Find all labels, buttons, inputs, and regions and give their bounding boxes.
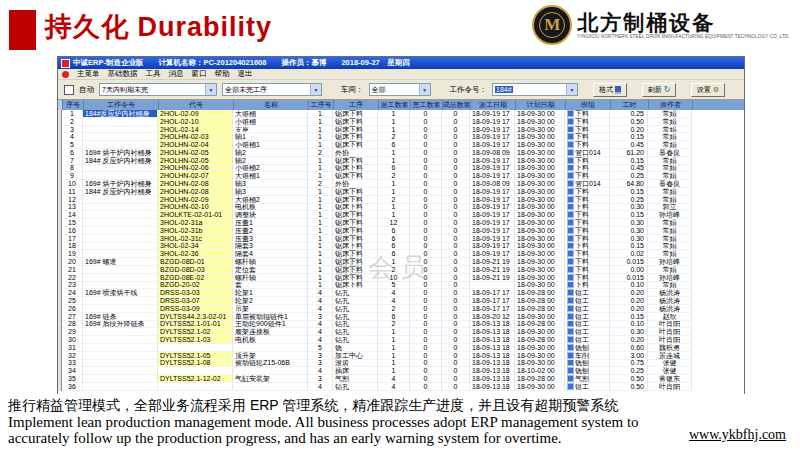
cell-dispatch-date[interactable]: 18-09-19 17 [470,110,515,118]
cell-dispatch-date[interactable]: 18-09-13 18 [470,352,515,360]
cell-product-qty[interactable]: 0 [442,274,470,282]
cell-hours[interactable]: 0.20 [610,336,648,344]
column-header-dispatch-qty[interactable]: 派工数量 [379,100,411,110]
cell-dispatch-date[interactable]: 18-09-21 19 [470,258,515,266]
table-row[interactable]: 132HOLHN-02-10电机板1锯床下料10018-09-19 1718-0… [58,204,744,212]
cell-operator[interactable]: 景连城 [648,352,692,360]
cell-dispatch-date[interactable]: 18-09-19 17 [470,118,515,126]
cell-code[interactable]: 3HOL-02-31a [158,219,233,227]
cell-name[interactable]: 履架连接板 [233,328,308,336]
cell-plan-date[interactable]: 18-09-30 00 [515,196,565,204]
table-row[interactable]: 82HOLHN-02-06小锥桶21锯床下料60018-09-19 1718-0… [58,165,744,173]
cell-no[interactable]: 14 [62,211,83,219]
table-row[interactable]: 28169# 后段升降链条DYLTSS52.1-01-01主动轮900链件14钻… [58,321,744,329]
due-filter-select[interactable]: 7天内到期未完 ▼ [99,83,217,96]
cell-dispatch-qty[interactable]: 4 [378,383,410,391]
cell-dispatch-date[interactable]: 18-09-19 17 [470,126,515,134]
cell-work-order[interactable] [83,375,158,383]
table-row[interactable]: 7184# 反应炉内衬桶身2HOLHN-02-05轴21锯床下料10018-09… [58,157,744,165]
cell-product-qty[interactable]: 0 [442,235,470,243]
cell-done-qty[interactable]: 0 [410,204,442,212]
cell-name[interactable]: 螺杆轴 [233,274,308,282]
cell-dispatch-qty[interactable]: 1 [378,118,410,126]
cell-work-order[interactable] [83,118,158,126]
cell-team[interactable]: 下料 [565,110,610,118]
cell-code[interactable]: 2HOL-02-14 [158,126,233,134]
cell-dispatch-date[interactable]: 18-09-19 17 [470,165,515,173]
cell-plan-date[interactable]: 18-10-02 00 [515,367,565,375]
cell-operation[interactable]: 锯床下料 [333,204,378,212]
cell-team[interactable]: 钳工 [565,321,610,329]
cell-dispatch-date[interactable]: 18-09-21 19 [470,274,515,282]
cell-plan-date[interactable]: 18-09-30 00 [515,157,565,165]
cell-dispatch-date[interactable]: 18-09-13 18 [470,336,515,344]
cell-plan-date[interactable]: 18-09-30 00 [515,383,565,391]
cell-hours[interactable]: 0.25 [610,172,648,180]
cell-name[interactable]: 轴3 [233,180,308,188]
cell-product-qty[interactable]: 0 [442,227,470,235]
cell-operator[interactable]: 赵欣 [648,313,692,321]
cell-no[interactable]: 9 [62,172,83,180]
cell-no[interactable]: 19 [62,250,83,258]
cell-team[interactable]: 钳工 [565,289,610,297]
cell-product-qty[interactable]: 0 [442,266,470,274]
cell-name[interactable]: 气缸安装架 [233,375,308,383]
cell-code[interactable]: DRSS-03-09 [158,305,233,313]
cell-team[interactable]: 下料 [565,266,610,274]
cell-operator[interactable]: 杨洪涛 [648,305,692,313]
cell-operation[interactable]: 锯床下料 [333,266,378,274]
cell-op-no[interactable]: 1 [308,211,333,219]
cell-name[interactable]: 隔套4 [233,250,308,258]
table-row[interactable]: 25DRSS-03-07轮架24钻孔40018-09-17 1718-09-28… [58,297,744,305]
cell-op-no[interactable]: 2 [308,149,333,157]
cell-no[interactable]: 27 [62,313,83,321]
cell-team[interactable]: 下料 [565,118,610,126]
table-row[interactable]: 32HOL-02-14支座1锯床下料10018-09-19 1718-09-30… [58,126,744,134]
cell-operator[interactable]: 常娟 [648,282,692,290]
cell-hours[interactable]: 0.15 [610,133,648,141]
cell-op-no[interactable]: 1 [308,118,333,126]
menu-item[interactable]: 消息 [169,69,184,79]
cell-operation[interactable]: 钻孔 [333,313,378,321]
cell-dispatch-date[interactable]: 18-09-13 18 [470,383,515,391]
cell-operator[interactable]: 常娟 [648,157,692,165]
table-row[interactable]: 6169# 烘干炉内衬桶身2HOLHN-02-05轴22外协10018-09-0… [58,149,744,157]
cell-op-no[interactable]: 1 [308,250,333,258]
cell-done-qty[interactable]: 0 [410,196,442,204]
table-row[interactable]: 32DYLTSS52.1-05顶升架3加工中心10018-09-13 1818-… [58,352,744,360]
cell-product-qty[interactable]: 0 [442,110,470,118]
cell-team[interactable]: 下料 [565,188,610,196]
cell-code[interactable] [158,367,233,375]
cell-no[interactable]: 17 [62,235,83,243]
cell-dispatch-qty[interactable]: 6 [378,141,410,149]
cell-dispatch-date[interactable]: 18-09-08 09 [470,149,515,157]
cell-op-no[interactable]: 4 [308,321,333,329]
cell-work-order[interactable] [83,204,158,212]
cell-operation[interactable]: 锯床下料 [333,157,378,165]
cell-done-qty[interactable]: 0 [410,110,442,118]
cell-team[interactable]: 下料 [565,235,610,243]
menu-item[interactable]: 工具 [146,69,161,79]
cell-name[interactable]: 顶升架 [233,352,308,360]
cell-dispatch-date[interactable]: 18-09-13 18 [470,321,515,329]
cell-product-qty[interactable]: 0 [442,133,470,141]
table-row[interactable]: 173HOL-02-31c压盖31锯床下料60018-09-19 1718-09… [58,235,744,243]
cell-no[interactable]: 1 [62,110,83,118]
cell-op-no[interactable]: 4 [308,328,333,336]
cell-op-no[interactable]: 2 [308,180,333,188]
cell-operation[interactable]: 锯床下料 [333,188,378,196]
cell-product-qty[interactable]: 0 [442,243,470,251]
cell-operator[interactable]: 叶肖阳 [648,321,692,329]
cell-plan-date[interactable]: 18-09-30 00 [515,258,565,266]
cell-hours[interactable]: 0.45 [610,141,648,149]
cell-name[interactable]: 轴2 [233,149,308,157]
cell-code[interactable]: 2HOL-02-09 [158,110,233,118]
cell-dispatch-date[interactable]: 18-09-20 12 [470,313,515,321]
cell-operator[interactable]: 叶肖阳 [648,328,692,336]
cell-dispatch-qty[interactable]: 2 [378,266,410,274]
cell-done-qty[interactable]: 0 [410,282,442,290]
cell-product-qty[interactable]: 0 [442,149,470,157]
column-header-op-no[interactable]: 工序号 [309,100,334,110]
cell-done-qty[interactable]: 0 [410,305,442,313]
cell-operator[interactable]: 慕春良 [648,180,692,188]
